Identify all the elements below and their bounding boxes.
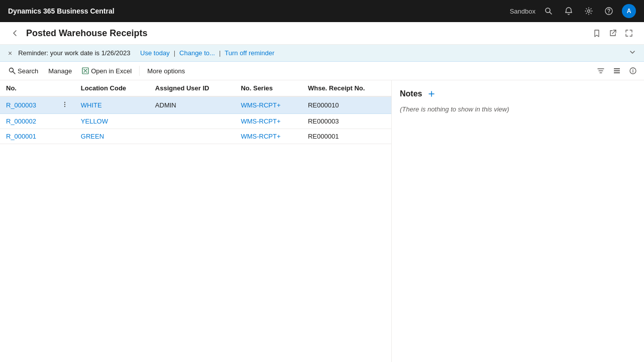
cell-receipt-no: RE000003 <box>302 114 391 129</box>
cell-no[interactable]: R_000001 <box>0 129 55 144</box>
notes-header: Notes <box>400 88 636 99</box>
more-options-button[interactable]: More options <box>143 64 189 78</box>
cell-user <box>149 114 235 129</box>
notifications-icon[interactable] <box>562 4 576 18</box>
settings-icon[interactable] <box>582 4 596 18</box>
svg-point-15 <box>64 102 65 103</box>
cell-location: YELLOW <box>75 114 149 129</box>
list-area: No. Location Code Assigned User ID No. S… <box>0 80 392 362</box>
cell-receipt-no: RE000010 <box>302 96 391 114</box>
svg-rect-10 <box>614 70 620 71</box>
search-nav-icon[interactable] <box>542 4 556 18</box>
table-row[interactable]: R_000002YELLOWWMS-RCPT+RE000003 <box>0 114 391 129</box>
svg-point-16 <box>64 104 65 105</box>
col-header-location: Location Code <box>75 80 149 96</box>
data-table: No. Location Code Assigned User ID No. S… <box>0 80 391 144</box>
reminder-text: Reminder: your work date is 1/26/2023 <box>18 49 130 57</box>
notes-add-button[interactable] <box>426 88 437 99</box>
use-today-link[interactable]: Use today <box>140 49 170 57</box>
svg-point-6 <box>10 68 14 72</box>
col-header-series: No. Series <box>235 80 302 96</box>
cell-user <box>149 129 235 144</box>
app-title: Dynamics 365 Business Central <box>8 7 502 15</box>
open-in-excel-label: Open in Excel <box>91 67 132 75</box>
toolbar-separator <box>139 66 140 76</box>
svg-point-17 <box>64 106 65 107</box>
reminder-pipe2: | <box>219 49 221 57</box>
toolbar-right <box>594 64 640 78</box>
svg-point-4 <box>608 13 609 13</box>
more-options-label: More options <box>147 67 185 75</box>
notes-title: Notes <box>400 89 422 98</box>
reminder-pipe1: | <box>174 49 175 57</box>
reminder-close-button[interactable]: × <box>8 49 12 57</box>
col-header-context <box>55 80 75 96</box>
svg-line-7 <box>13 72 15 74</box>
notes-empty-text: (There is nothing to show in this view) <box>400 105 509 113</box>
page-title: Posted Warehouse Receipts <box>26 28 586 39</box>
cell-location: GREEN <box>75 129 149 144</box>
user-avatar[interactable]: A <box>622 4 636 18</box>
svg-point-14 <box>632 69 633 70</box>
col-header-user: Assigned User ID <box>149 80 235 96</box>
manage-button[interactable]: Manage <box>44 64 76 78</box>
help-icon[interactable] <box>602 4 616 18</box>
bookmark-button[interactable] <box>590 26 604 40</box>
reminder-expand-icon[interactable] <box>629 49 636 57</box>
col-header-no: No. <box>0 80 55 96</box>
svg-line-5 <box>612 30 616 34</box>
svg-rect-11 <box>614 72 620 73</box>
open-in-excel-button[interactable]: Open in Excel <box>77 64 136 78</box>
row-context-menu[interactable] <box>55 129 75 144</box>
cell-series: WMS-RCPT+ <box>235 96 302 114</box>
main-wrapper: Posted Warehouse Receipts × Reminder: yo… <box>0 22 644 362</box>
search-label: Search <box>18 67 38 75</box>
table-header-row: No. Location Code Assigned User ID No. S… <box>0 80 391 96</box>
cell-user: ADMIN <box>149 96 235 114</box>
cell-no[interactable]: R_000003 <box>0 96 55 114</box>
page-header-actions <box>590 26 636 40</box>
turn-off-reminder-link[interactable]: Turn off reminder <box>225 49 274 57</box>
toolbar: Search Manage Open in Excel More options <box>0 62 644 80</box>
environment-label: Sandbox <box>510 8 535 15</box>
top-nav: Dynamics 365 Business Central Sandbox A <box>0 0 644 22</box>
top-nav-right: Sandbox A <box>510 4 636 18</box>
svg-rect-9 <box>614 68 620 69</box>
col-header-receipt: Whse. Receipt No. <box>302 80 391 96</box>
row-context-menu[interactable] <box>55 96 75 114</box>
expand-button[interactable] <box>622 26 636 40</box>
right-panel: Notes (There is nothing to show in this … <box>392 80 644 362</box>
row-context-menu[interactable] <box>55 114 75 129</box>
info-button[interactable] <box>626 64 640 78</box>
cell-no[interactable]: R_000002 <box>0 114 55 129</box>
change-to-link[interactable]: Change to... <box>179 49 215 57</box>
manage-label: Manage <box>48 67 72 75</box>
cell-location: WHITE <box>75 96 149 114</box>
table-row[interactable]: R_000001GREENWMS-RCPT+RE000001 <box>0 129 391 144</box>
svg-point-2 <box>588 10 590 13</box>
filter-icon-button[interactable] <box>594 64 608 78</box>
back-button[interactable] <box>8 26 22 40</box>
open-new-button[interactable] <box>606 26 620 40</box>
table-row[interactable]: R_000003WHITEADMINWMS-RCPT+RE000010 <box>0 96 391 114</box>
view-options-button[interactable] <box>610 64 624 78</box>
cell-series: WMS-RCPT+ <box>235 129 302 144</box>
content-area: No. Location Code Assigned User ID No. S… <box>0 80 644 362</box>
svg-line-1 <box>550 12 552 14</box>
cell-receipt-no: RE000001 <box>302 129 391 144</box>
reminder-sep1 <box>134 49 136 57</box>
cell-series: WMS-RCPT+ <box>235 114 302 129</box>
reminder-banner: × Reminder: your work date is 1/26/2023 … <box>0 45 644 62</box>
page-header: Posted Warehouse Receipts <box>0 22 644 45</box>
search-button[interactable]: Search <box>4 64 43 78</box>
